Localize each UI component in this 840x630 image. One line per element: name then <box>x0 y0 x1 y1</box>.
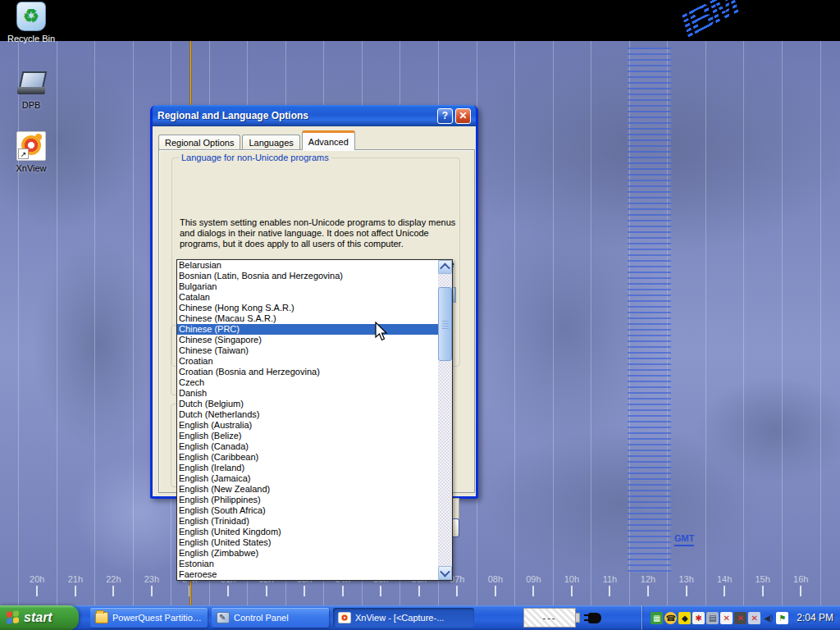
language-list-item[interactable]: English (Jamaica) <box>177 473 438 484</box>
desktop-icon-recycle-bin[interactable]: ♻ Recycle Bin <box>0 2 62 43</box>
hour-tick <box>800 586 801 596</box>
language-list-item[interactable]: English (United States) <box>177 537 438 548</box>
language-list-item[interactable]: Chinese (Taiwan) <box>177 345 438 356</box>
scroll-up-icon[interactable] <box>438 260 452 274</box>
hour-label: 21h <box>57 574 95 605</box>
language-list-item[interactable]: Croatian <box>177 356 438 367</box>
tab[interactable]: Languages <box>242 135 299 150</box>
service-error-icon[interactable] <box>692 612 705 624</box>
network-computers-icon[interactable] <box>706 612 719 624</box>
battery-meter[interactable]: --- <box>523 608 576 628</box>
language-list-item[interactable]: Dutch (Belgium) <box>177 399 438 409</box>
tab[interactable]: Regional Options <box>158 135 240 150</box>
hour-tick <box>532 586 534 596</box>
language-list-item[interactable]: Chinese (PRC) <box>177 324 438 335</box>
start-button[interactable]: start <box>0 605 79 630</box>
hour-label: 20h <box>18 574 57 605</box>
language-list-item[interactable]: English (Zimbabwe) <box>177 548 438 559</box>
language-list[interactable]: BelarusianBosnian (Latin, Bosnia and Her… <box>177 260 438 580</box>
language-list-item[interactable]: English (Ireland) <box>177 463 438 473</box>
scrollbar-thumb[interactable] <box>438 287 452 361</box>
hour-label: 16h <box>782 574 820 605</box>
language-list-item[interactable]: English (United Kingdom) <box>177 527 438 537</box>
display-disconnected-icon[interactable] <box>748 612 760 624</box>
hour-tick <box>342 586 344 596</box>
groupbox-title: Language for non-Unicode programs <box>179 153 331 162</box>
hour-label: 12h <box>629 574 668 605</box>
language-list-item[interactable]: Catalan <box>177 292 438 303</box>
top-black-strip: IBM <box>0 0 840 41</box>
taskbar: start PowerQuest Partition... Control Pa… <box>0 605 840 630</box>
taskbar-window-buttons: PowerQuest Partition... Control Panel Xn… <box>90 608 474 628</box>
language-list-item[interactable]: English (Philippines) <box>177 495 438 505</box>
language-list-item[interactable]: English (Canada) <box>177 441 438 452</box>
removable-device-icon[interactable] <box>651 612 663 624</box>
desktop-icon-dpb[interactable]: DPB <box>0 70 62 110</box>
taskbar-window-button[interactable]: PowerQuest Partition... <box>90 608 208 628</box>
language-list-item[interactable]: Belarusian <box>177 260 438 271</box>
tab[interactable]: Advanced <box>302 130 355 150</box>
close-button[interactable]: ✕ <box>455 108 471 124</box>
language-indicator-icon[interactable] <box>776 612 788 624</box>
language-list-item[interactable]: Dutch (Netherlands) <box>177 409 438 420</box>
mouse-cursor <box>375 322 389 344</box>
language-list-item[interactable]: Czech <box>177 377 438 388</box>
power-meter-band: --- <box>523 608 601 628</box>
ac-plug-icon <box>588 613 601 623</box>
language-list-item[interactable]: Faeroese <box>177 569 438 580</box>
taskbar-clock[interactable]: 2:04 PM <box>797 612 833 623</box>
language-list-item[interactable]: English (New Zealand) <box>177 484 438 495</box>
xnview-icon: ↗ <box>16 131 46 161</box>
desktop-icon-xnview[interactable]: ↗ XnView <box>0 131 62 173</box>
language-list-item[interactable]: Chinese (Singapore) <box>177 335 438 345</box>
language-list-item[interactable]: Estonian <box>177 559 438 569</box>
language-list-item[interactable]: English (Australia) <box>177 420 438 431</box>
dialog-titlebar[interactable]: Regional and Language Options ? ✕ <box>153 105 476 126</box>
gmt-hatched-band <box>628 48 671 573</box>
taskbar-window-button[interactable]: Control Panel <box>212 608 329 628</box>
hour-tick <box>36 586 38 596</box>
taskbar-window-button[interactable]: XnView - [<Capture-... <box>333 608 474 628</box>
hour-label: 11h <box>591 574 629 605</box>
help-button[interactable]: ? <box>437 108 453 124</box>
language-list-item[interactable]: Bulgarian <box>177 281 438 292</box>
language-list-item[interactable]: English (Belize) <box>177 431 438 441</box>
language-list-item[interactable]: English (South Africa) <box>177 505 438 516</box>
language-list-item[interactable]: English (Trinidad) <box>177 516 438 527</box>
description-text-1: This system setting enables non-Unicode … <box>180 217 465 249</box>
list-scrollbar[interactable] <box>438 260 452 580</box>
language-list-item[interactable]: Chinese (Macau S.A.R.) <box>177 313 438 324</box>
language-list-item[interactable]: English (Caribbean) <box>177 452 438 463</box>
activity-disabled-icon[interactable] <box>720 612 733 624</box>
gmt-label: GMT <box>674 533 694 546</box>
ibm-logo: IBM <box>673 0 745 46</box>
laptop-icon <box>17 70 45 98</box>
device-error-icon[interactable] <box>734 612 746 624</box>
hour-label: 15h <box>743 574 782 605</box>
volume-icon[interactable] <box>762 612 774 624</box>
language-dropdown-list: BelarusianBosnian (Latin, Bosnia and Her… <box>176 259 453 581</box>
hour-label: 13h <box>667 574 705 605</box>
hour-tick <box>227 586 229 596</box>
window-icon <box>217 612 230 623</box>
hour-label: 14h <box>705 574 744 605</box>
hour-tick <box>686 586 687 596</box>
hour-tick <box>609 586 610 596</box>
recycle-bin-icon: ♻ <box>16 2 46 31</box>
agent-phone-icon[interactable] <box>664 612 677 624</box>
language-list-item[interactable]: Bosnian (Latin, Bosnia and Herzegovina) <box>177 271 438 281</box>
scroll-down-icon[interactable] <box>438 566 452 580</box>
hour-tick <box>151 586 153 596</box>
hour-label: 08h <box>477 574 515 605</box>
hour-label: 23h <box>133 574 171 605</box>
language-list-item[interactable]: Danish <box>177 388 438 399</box>
hour-tick <box>571 586 573 596</box>
hour-tick <box>647 586 649 596</box>
language-list-item[interactable]: Chinese (Hong Kong S.A.R.) <box>177 303 438 313</box>
windows-flag-icon <box>7 610 20 625</box>
software-update-icon[interactable] <box>678 612 691 624</box>
hour-label: 22h <box>94 574 133 605</box>
hour-tick <box>75 586 76 596</box>
dialog-title: Regional and Language Options <box>158 110 435 121</box>
language-list-item[interactable]: Croatian (Bosnia and Herzegovina) <box>177 367 438 377</box>
